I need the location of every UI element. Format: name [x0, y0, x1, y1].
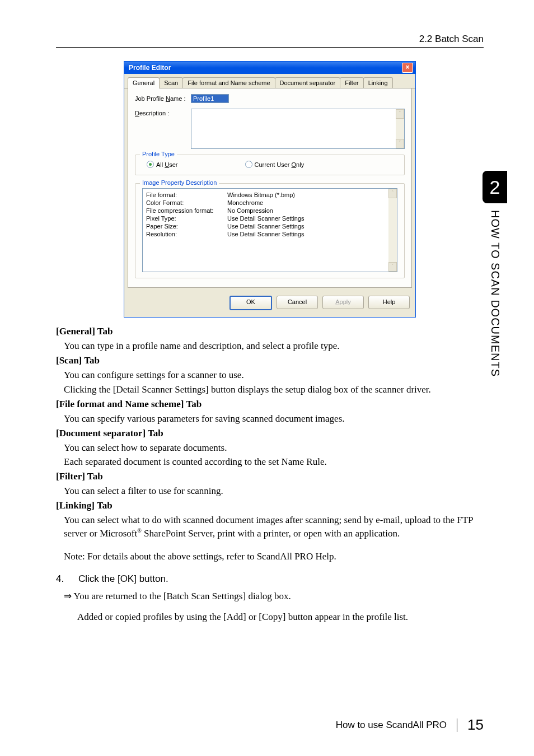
- scan-tab-text-2: Clicking the [Detail Scanner Settings] b…: [56, 384, 484, 396]
- footer-text: How to use ScandAll PRO: [336, 720, 447, 731]
- scroll-down-icon: ˅: [388, 262, 397, 272]
- radio-current-user[interactable]: Current User Only: [245, 161, 305, 168]
- page-number: 15: [467, 716, 484, 734]
- chapter-label: HOW TO SCAN DOCUMENTS: [489, 210, 502, 377]
- scan-tab-text-1: You can configure settings for a scanner…: [56, 369, 484, 382]
- ok-button[interactable]: OK: [229, 296, 272, 310]
- window-title: Profile Editor: [129, 64, 171, 72]
- profile-editor-window: Profile Editor × General Scan File forma…: [124, 61, 416, 318]
- file-format-tab-text: You can specify various parameters for s…: [56, 413, 484, 426]
- image-property-box: File format: Color Format: File compress…: [142, 188, 397, 272]
- arrow-icon: ⇒: [64, 591, 72, 601]
- job-profile-name-label: Job Profile Name :: [135, 94, 191, 102]
- note-text: Note: For details about the above settin…: [56, 550, 484, 563]
- close-icon[interactable]: ×: [402, 63, 413, 73]
- result-line: ⇒ You are returned to the [Batch Scan Se…: [56, 590, 484, 602]
- document-separator-text-1: You can select how to separate documents…: [56, 442, 484, 455]
- tab-linking[interactable]: Linking: [363, 77, 393, 88]
- description-input[interactable]: [191, 109, 405, 149]
- apply-button[interactable]: Apply: [322, 296, 364, 309]
- tab-document-separator[interactable]: Document separator: [275, 77, 341, 88]
- radio-all-user[interactable]: All User: [147, 161, 178, 168]
- tab-filter[interactable]: Filter: [340, 77, 363, 88]
- scroll-down-icon: ˅: [396, 139, 404, 148]
- property-values: Windows Bitmap (*.bmp) Monochrome No Com…: [227, 191, 305, 238]
- scan-tab-heading: [Scan] Tab: [56, 355, 100, 366]
- file-format-tab-heading: [File format and Name scheme] Tab: [56, 399, 202, 409]
- property-labels: File format: Color Format: File compress…: [146, 191, 227, 238]
- general-tab-heading: [General] Tab: [56, 326, 113, 337]
- scrollbar-disabled: ˄ ˅: [396, 109, 404, 148]
- scroll-up-icon: ˄: [396, 109, 404, 119]
- filter-tab-text: You can select a filter to use for scann…: [56, 485, 484, 498]
- radio-current-user-label: Current User Only: [255, 161, 305, 168]
- body-text: [General] Tab You can type in a profile …: [56, 325, 484, 563]
- chapter-number: 2: [483, 171, 507, 203]
- footer-separator: [457, 718, 457, 732]
- tab-pane-general: Job Profile Name : Profile1 Description …: [128, 88, 412, 288]
- cancel-button[interactable]: Cancel: [277, 296, 318, 309]
- step-number: 4.: [56, 573, 68, 585]
- header-section: 2.2 Batch Scan: [56, 34, 484, 45]
- help-button[interactable]: Help: [368, 296, 410, 309]
- tab-scan[interactable]: Scan: [159, 77, 183, 88]
- linking-tab-heading: [Linking] Tab: [56, 500, 113, 511]
- header-rule: [56, 47, 484, 48]
- step-text: Click the [OK] button.: [78, 573, 168, 585]
- scroll-up-icon: ˄: [388, 189, 397, 198]
- profile-type-group: Profile Type All User Current User Only: [135, 155, 405, 175]
- document-separator-tab-heading: [Document separator] Tab: [56, 428, 163, 438]
- step-4: 4. Click the [OK] button.: [56, 573, 484, 585]
- tab-general[interactable]: General: [128, 77, 160, 88]
- window-titlebar: Profile Editor ×: [124, 62, 415, 74]
- page-footer: How to use ScandAll PRO 15: [56, 716, 484, 734]
- tab-bar: General Scan File format and Name scheme…: [124, 74, 415, 88]
- linking-tab-text: You can select what to do with scanned d…: [56, 514, 484, 540]
- side-tab: 2 HOW TO SCAN DOCUMENTS: [483, 171, 507, 377]
- radio-icon: [147, 161, 154, 168]
- image-property-legend: Image Property Description: [140, 179, 219, 186]
- radio-all-user-label: All User: [156, 161, 178, 168]
- image-property-group: Image Property Description File format: …: [135, 183, 405, 278]
- filter-tab-heading: [Filter] Tab: [56, 471, 103, 482]
- dialog-button-row: OK Cancel Apply Help: [124, 291, 415, 317]
- radio-icon: [245, 161, 252, 168]
- tab-file-format[interactable]: File format and Name scheme: [182, 77, 275, 88]
- document-separator-text-2: Each separated document is counted accor…: [56, 456, 484, 469]
- scrollbar-disabled: ˄ ˅: [388, 189, 397, 272]
- result-detail: Added or copied profiles by using the [A…: [56, 612, 484, 623]
- description-label: Description :: [135, 109, 191, 116]
- job-profile-name-input[interactable]: Profile1: [191, 94, 229, 103]
- general-tab-text: You can type in a profile name and descr…: [56, 340, 484, 353]
- profile-type-legend: Profile Type: [140, 151, 177, 157]
